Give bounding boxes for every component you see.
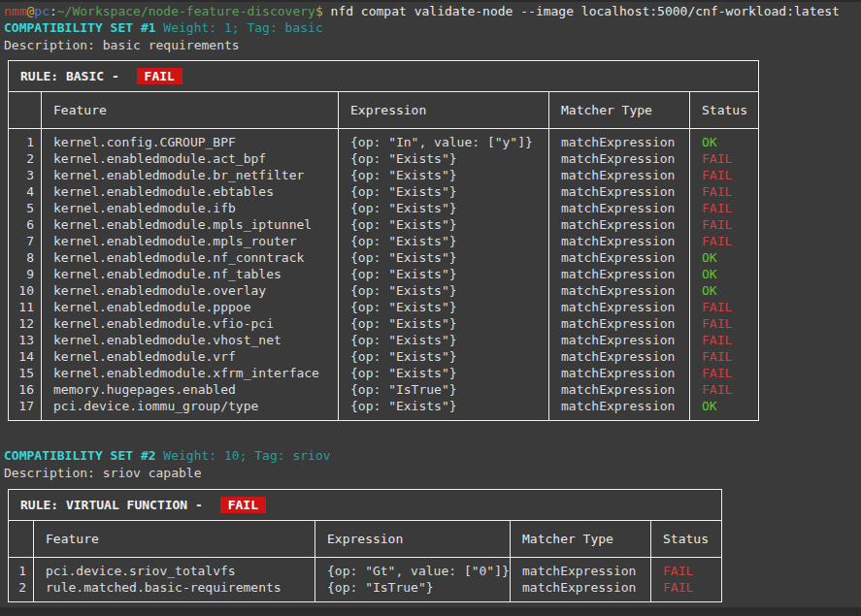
command-text: nfd compat validate-node --image localho…	[331, 4, 840, 18]
expression-cell: {op: "Exists"}	[339, 183, 549, 200]
set-2-meta: Weight: 10; Tag: sriov	[156, 448, 331, 463]
table-row: 2rule.matched.basic-requirements{op: "Is…	[9, 579, 722, 602]
matcher-type-cell: matchExpression	[549, 233, 690, 249]
rule-label: RULE: BASIC -	[20, 69, 127, 83]
status-cell: OK	[690, 249, 759, 266]
row-number-cell: 8	[9, 249, 42, 266]
feature-cell: kernel.enabledmodule.mpls_router	[42, 233, 339, 249]
column-header-expression: Expression	[315, 521, 511, 558]
set-1-meta: Weight: 1; Tag: basic	[156, 20, 323, 35]
expression-cell: {op: "Exists"}	[339, 365, 549, 381]
table-row: 8kernel.enabledmodule.nf_conntrack{op: "…	[9, 249, 759, 266]
expression-cell: {op: "IsTrue"}	[339, 381, 549, 398]
feature-cell: kernel.enabledmodule.nf_conntrack	[42, 249, 339, 266]
status-cell: FAIL	[690, 183, 759, 200]
row-number-cell: 5	[9, 200, 42, 216]
rule-header-cell: RULE: BASIC - FAIL	[9, 61, 759, 92]
row-number-cell: 13	[9, 332, 42, 348]
matcher-type-cell: matchExpression	[549, 282, 690, 299]
feature-cell: kernel.enabledmodule.nf_tables	[42, 266, 339, 282]
status-cell: FAIL	[690, 299, 759, 315]
row-number-cell: 4	[9, 183, 42, 200]
expression-cell: {op: "IsTrue"}	[315, 579, 511, 602]
matcher-type-cell: matchExpression	[549, 299, 690, 315]
column-header-matcher-type: Matcher Type	[549, 92, 690, 129]
rule-label: RULE: VIRTUAL FUNCTION -	[20, 498, 211, 512]
status-cell: OK	[690, 129, 759, 151]
column-header-feature: Feature	[42, 92, 339, 129]
rule-status-badge: FAIL	[137, 68, 182, 84]
status-cell: FAIL	[690, 233, 759, 249]
status-cell: OK	[690, 282, 759, 299]
expression-cell: {op: "Exists"}	[339, 249, 549, 266]
expression-cell: {op: "Exists"}	[339, 398, 549, 421]
column-header-row: Feature Expression Matcher Type Status	[9, 521, 722, 558]
table-row: 3kernel.enabledmodule.br_netfilter{op: "…	[9, 167, 759, 183]
row-number-cell: 6	[9, 216, 42, 233]
status-cell: FAIL	[690, 381, 759, 398]
expression-cell: {op: "Exists"}	[339, 266, 549, 282]
status-cell: FAIL	[690, 216, 759, 233]
table-row: 2kernel.enabledmodule.act_bpf{op: "Exist…	[9, 150, 759, 167]
feature-cell: kernel.enabledmodule.ebtables	[42, 183, 339, 200]
row-number-cell: 16	[9, 381, 42, 398]
feature-cell: kernel.enabledmodule.br_netfilter	[42, 167, 339, 183]
row-number-cell: 7	[9, 233, 42, 249]
matcher-type-cell: matchExpression	[511, 579, 651, 602]
matcher-type-cell: matchExpression	[549, 266, 690, 282]
feature-cell: kernel.enabledmodule.overlay	[42, 282, 339, 299]
terminal-window: { "colors": { "background": "#3a3a3a", "…	[0, 0, 861, 616]
expression-cell: {op: "Exists"}	[339, 348, 549, 365]
expression-cell: {op: "Exists"}	[339, 216, 549, 233]
feature-cell: kernel.enabledmodule.pppoe	[42, 299, 339, 315]
column-header-status: Status	[651, 521, 722, 558]
expression-cell: {op: "Exists"}	[339, 200, 549, 216]
matcher-type-cell: matchExpression	[511, 558, 651, 580]
feature-cell: pci.device.iommu_group/type	[42, 398, 339, 421]
rule-header-row: RULE: BASIC - FAIL	[9, 61, 759, 92]
status-cell: FAIL	[690, 332, 759, 348]
matcher-type-cell: matchExpression	[549, 200, 690, 216]
set-2-title: COMPATIBILITY SET #2	[4, 448, 156, 463]
matcher-type-cell: matchExpression	[549, 348, 690, 365]
table-row: 16memory.hugepages.enabled{op: "IsTrue"}…	[9, 381, 759, 398]
matcher-type-cell: matchExpression	[549, 365, 690, 381]
feature-cell: kernel.enabledmodule.act_bpf	[42, 150, 339, 167]
matcher-type-cell: matchExpression	[549, 129, 690, 151]
status-cell: FAIL	[651, 558, 722, 580]
status-cell: OK	[690, 266, 759, 282]
status-cell: FAIL	[690, 348, 759, 365]
feature-cell: rule.matched.basic-requirements	[34, 579, 315, 602]
prompt-path: ~/Workspace/node-feature-discovery	[57, 4, 315, 18]
feature-cell: kernel.enabledmodule.xfrm_interface	[42, 365, 339, 381]
feature-cell: kernel.config.CGROUP_BPF	[42, 129, 339, 151]
table-row: 9kernel.enabledmodule.nf_tables{op: "Exi…	[9, 266, 759, 282]
matcher-type-cell: matchExpression	[549, 398, 690, 421]
row-number-cell: 10	[9, 282, 42, 299]
table-row: 17pci.device.iommu_group/type{op: "Exist…	[9, 398, 759, 421]
column-header-row: Feature Expression Matcher Type Status	[9, 92, 759, 129]
table-row: 6kernel.enabledmodule.mpls_iptunnel{op: …	[9, 216, 759, 233]
prompt-user: nmm	[4, 4, 26, 18]
table-row: 11kernel.enabledmodule.pppoe{op: "Exists…	[9, 299, 759, 315]
feature-cell: kernel.enabledmodule.ifb	[42, 200, 339, 216]
table-row: 4kernel.enabledmodule.ebtables{op: "Exis…	[9, 183, 759, 200]
expression-cell: {op: "Exists"}	[339, 332, 549, 348]
feature-cell: kernel.enabledmodule.vrf	[42, 348, 339, 365]
row-number-cell: 15	[9, 365, 42, 381]
feature-cell: pci.device.sriov_totalvfs	[34, 558, 315, 580]
feature-cell: memory.hugepages.enabled	[42, 381, 339, 398]
row-number-cell: 12	[9, 315, 42, 332]
feature-cell: kernel.enabledmodule.vfio-pci	[42, 315, 339, 332]
prompt-dollar: $	[315, 4, 331, 18]
table-row: 13kernel.enabledmodule.vhost_net{op: "Ex…	[9, 332, 759, 348]
column-header-expression: Expression	[339, 92, 549, 129]
row-number-cell: 1	[9, 129, 42, 151]
terminal-top-edge	[0, 0, 861, 2]
table-row: 7kernel.enabledmodule.mpls_router{op: "E…	[9, 233, 759, 249]
compatibility-set-2-heading: COMPATIBILITY SET #2 Weight: 10; Tag: sr…	[4, 447, 331, 464]
terminal-bottom-edge	[0, 607, 861, 616]
table-row: 14kernel.enabledmodule.vrf{op: "Exists"}…	[9, 348, 759, 365]
expression-cell: {op: "Exists"}	[339, 233, 549, 249]
set-1-title: COMPATIBILITY SET #1	[4, 20, 156, 35]
